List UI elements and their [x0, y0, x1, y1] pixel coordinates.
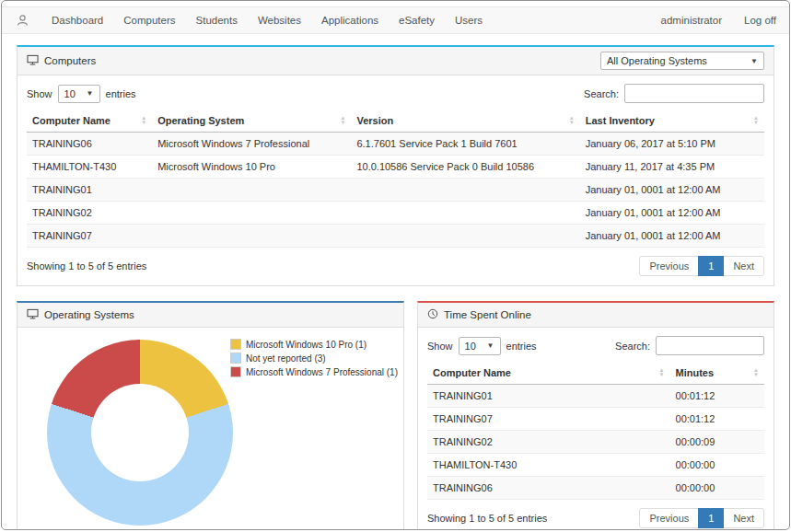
legend-label: Microsoft Windows 10 Pro (1) [246, 340, 366, 350]
minutes-cell: 00:01:12 [670, 385, 764, 408]
nav-item-websites[interactable]: Websites [248, 15, 311, 26]
nav-item-students[interactable]: Students [186, 15, 248, 26]
next-page-button[interactable]: Next [723, 256, 764, 276]
column-header-computer-name[interactable]: Computer Name▲▼ [27, 110, 152, 133]
entries-summary: Showing 1 to 5 of 5 entries [27, 260, 146, 272]
sort-icon: ▲▼ [659, 368, 665, 377]
operating-system-cell [152, 202, 351, 225]
minutes-cell: 00:00:09 [670, 431, 764, 454]
app-logo-icon [15, 13, 30, 29]
legend-item: Not yet reported (3) [230, 353, 398, 364]
operating-systems-panel-title: Operating Systems [27, 308, 134, 321]
table-header-row: Computer Name▲▼ Operating System▲▼ Versi… [27, 110, 764, 133]
time-table-controls: Show 10 ▼ entries Search: [418, 328, 774, 360]
version-cell [351, 202, 579, 225]
page-1-button[interactable]: 1 [698, 508, 724, 528]
chart-legend: Microsoft Windows 10 Pro (1) Not yet rep… [230, 339, 398, 380]
version-cell: 10.0.10586 Service Pack 0 Build 10586 [351, 156, 579, 179]
last-inventory-cell: January 01, 0001 at 12:00 AM [580, 179, 764, 202]
table-row: THAMILTON-T430 Microsoft Windows 10 Pro … [27, 156, 764, 179]
minutes-cell: 00:01:12 [670, 408, 764, 431]
computer-name-cell: TRAINING01 [27, 179, 152, 202]
sort-icon: ▲▼ [753, 368, 759, 377]
table-row: TRAINING01 January 01, 0001 at 12:00 AM [27, 179, 764, 202]
logoff-link[interactable]: Log off [744, 15, 776, 26]
column-header-minutes[interactable]: Minutes▲▼ [670, 362, 764, 385]
time-spent-panel-title: Time Spent Online [427, 308, 531, 321]
table-row: THAMILTON-T430 00:00:00 [427, 454, 764, 477]
search-label: Search: [615, 341, 650, 352]
legend-swatch [230, 339, 241, 350]
computers-table-controls: Show 10 ▼ entries Search: [17, 75, 774, 108]
sort-icon: ▲▼ [141, 116, 146, 125]
legend-item: Microsoft Windows 7 Professional (1) [230, 366, 398, 377]
search-label: Search: [584, 88, 619, 99]
pagination: Previous 1 Next [640, 256, 764, 276]
table-row: TRAINING06 00:00:00 [427, 477, 764, 500]
nav-item-esafety[interactable]: eSafety [389, 15, 445, 26]
last-inventory-cell: January 01, 0001 at 12:00 AM [580, 225, 764, 248]
computers-panel: Computers All Operating Systems ▼ Show 1… [17, 45, 774, 286]
computer-name-cell: TRAINING06 [427, 477, 670, 500]
computer-name-cell: THAMILTON-T430 [427, 454, 670, 477]
computer-name-cell: TRAINING02 [27, 202, 152, 225]
time-spent-panel: Time Spent Online Show 10 ▼ entries Sear… [417, 301, 774, 530]
column-header-last-inventory[interactable]: Last Inventory▲▼ [580, 110, 764, 133]
navbar-username: administrator [661, 15, 722, 26]
last-inventory-cell: January 06, 2017 at 5:10 PM [580, 133, 764, 156]
chevron-down-icon: ▼ [750, 57, 758, 65]
show-label: Show [427, 341, 453, 352]
nav-item-dashboard[interactable]: Dashboard [41, 15, 113, 26]
page-1-button[interactable]: 1 [698, 256, 724, 276]
table-row: TRAINING07 January 01, 0001 at 12:00 AM [27, 225, 764, 248]
computer-name-cell: TRAINING01 [427, 385, 670, 408]
sort-icon: ▲▼ [753, 116, 759, 125]
entries-label: entries [506, 341, 537, 352]
time-page-size-select[interactable]: 10 ▼ [459, 337, 501, 355]
chevron-down-icon: ▼ [87, 89, 94, 98]
time-search-input[interactable] [656, 336, 764, 355]
legend-swatch [230, 353, 241, 364]
previous-page-button[interactable]: Previous [639, 256, 699, 276]
column-header-computer-name[interactable]: Computer Name▲▼ [427, 362, 670, 385]
column-header-operating-system[interactable]: Operating System▲▼ [152, 110, 351, 133]
bottom-row: Operating Systems Microsoft Windows 10 P… [17, 301, 774, 530]
next-page-button[interactable]: Next [723, 508, 764, 528]
donut-chart [47, 340, 233, 526]
monitor-icon [27, 308, 39, 321]
nav-item-computers[interactable]: Computers [113, 15, 185, 26]
legend-item: Microsoft Windows 10 Pro (1) [230, 339, 398, 350]
computers-page-size-select[interactable]: 10 ▼ [58, 85, 100, 103]
computer-name-cell: TRAINING07 [427, 408, 670, 431]
nav-item-applications[interactable]: Applications [311, 15, 389, 26]
version-cell [351, 179, 579, 202]
table-row: TRAINING02 00:00:09 [427, 431, 764, 454]
computers-table: Computer Name▲▼ Operating System▲▼ Versi… [27, 110, 764, 248]
minutes-cell: 00:00:00 [670, 477, 764, 500]
monitor-icon [27, 54, 39, 67]
donut-hole [91, 384, 189, 481]
table-row: TRAINING06 Microsoft Windows 7 Professio… [27, 133, 764, 156]
last-inventory-cell: January 01, 0001 at 12:00 AM [580, 202, 764, 225]
previous-page-button[interactable]: Previous [639, 508, 699, 528]
table-row: TRAINING01 00:01:12 [427, 385, 764, 408]
time-table-footer: Showing 1 to 5 of 5 entries Previous 1 N… [418, 500, 774, 530]
os-filter-select[interactable]: All Operating Systems ▼ [600, 52, 764, 70]
computers-panel-title: Computers [27, 54, 96, 67]
pagination: Previous 1 Next [640, 508, 764, 528]
operating-systems-panel-header: Operating Systems [17, 303, 403, 328]
operating-system-cell [152, 179, 351, 202]
navbar: Dashboard Computers Students Websites Ap… [2, 6, 789, 34]
clock-icon [427, 308, 438, 321]
computers-search-input[interactable] [624, 84, 764, 103]
sort-icon: ▲▼ [340, 116, 345, 125]
computer-name-cell: TRAINING02 [427, 431, 670, 454]
nav-item-users[interactable]: Users [445, 15, 493, 26]
table-row: TRAINING07 00:01:12 [427, 408, 764, 431]
legend-swatch [230, 366, 241, 377]
column-header-version[interactable]: Version▲▼ [351, 110, 579, 133]
table-row: TRAINING02 January 01, 0001 at 12:00 AM [27, 202, 764, 225]
operating-systems-panel: Operating Systems Microsoft Windows 10 P… [17, 301, 404, 530]
entries-summary: Showing 1 to 5 of 5 entries [427, 513, 547, 524]
version-cell: 6.1.7601 Service Pack 1 Build 7601 [351, 133, 579, 156]
